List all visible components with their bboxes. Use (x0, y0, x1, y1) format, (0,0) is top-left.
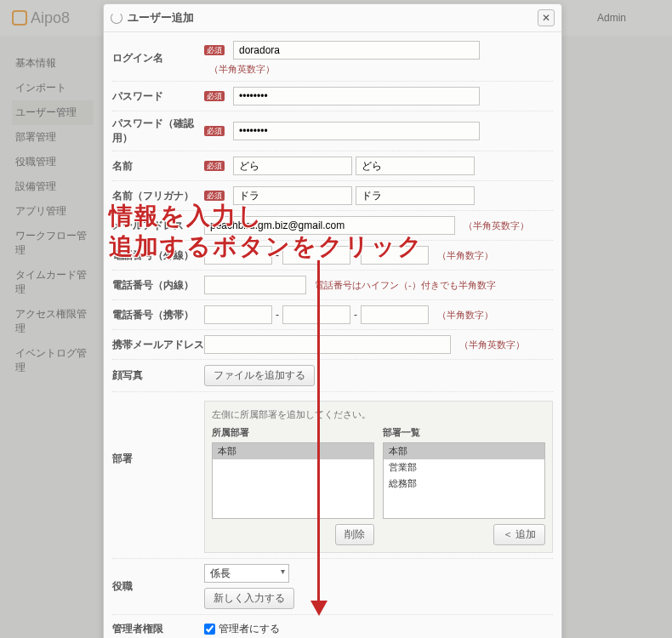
admin-label: 管理者権限 (112, 622, 204, 636)
add-file-button[interactable]: ファイルを追加する (204, 365, 315, 386)
sidebar-item-eventlog[interactable]: イベントログ管理 (12, 341, 94, 380)
dept-label: 部署 (112, 401, 204, 466)
required-badge: 必須 (204, 161, 225, 172)
sidebar-item-position[interactable]: 役職管理 (12, 150, 94, 174)
available-dept-list[interactable]: 本部 営業部 総務部 (383, 442, 545, 519)
assigned-dept-item[interactable]: 本部 (213, 443, 373, 459)
dept-item[interactable]: 本部 (384, 443, 544, 459)
sidebar-item-access[interactable]: アクセス権限管理 (12, 302, 94, 341)
sidebar-item-equipment[interactable]: 設備管理 (12, 174, 94, 199)
dept-list-title: 部署一覧 (383, 426, 545, 439)
position-label: 役職 (112, 579, 204, 594)
login-hint: （半角英数字） (209, 63, 275, 76)
required-badge: 必須 (204, 126, 225, 137)
photo-label: 顔写真 (112, 368, 204, 383)
logo-icon (12, 10, 27, 26)
phone-mobile-1[interactable] (204, 305, 272, 324)
password-input[interactable] (233, 87, 480, 105)
lastname-input[interactable] (233, 157, 352, 175)
position-select[interactable]: 係長 (204, 564, 289, 583)
email-input[interactable] (204, 216, 455, 235)
sidebar: 基本情報 インポート ユーザー管理 部署管理 役職管理 設備管理 アプリ管理 ワ… (0, 36, 94, 380)
add-user-modal: ユーザー追加 ✕ ログイン名 必須 （半角英数字） パスワード 必須 パスワード… (103, 3, 562, 638)
password-confirm-label: パスワード（確認用） (112, 117, 204, 145)
refresh-icon[interactable] (111, 12, 122, 24)
required-badge: 必須 (204, 191, 225, 202)
login-input[interactable] (233, 41, 480, 60)
password-confirm-input[interactable] (233, 122, 480, 140)
name-label: 名前 (112, 159, 204, 174)
dept-item[interactable]: 総務部 (384, 476, 544, 492)
firstname-kana-input[interactable] (356, 186, 475, 205)
dept-remove-button[interactable]: 削除 (335, 524, 374, 545)
firstname-input[interactable] (356, 157, 475, 175)
new-position-button[interactable]: 新しく入力する (204, 588, 294, 609)
sidebar-item-basic[interactable]: 基本情報 (12, 51, 94, 76)
phone-in-input[interactable] (204, 276, 306, 294)
lastname-kana-input[interactable] (233, 186, 352, 205)
phone-out-2[interactable] (282, 246, 350, 265)
close-icon[interactable]: ✕ (538, 9, 555, 26)
required-badge: 必須 (204, 91, 225, 102)
admin-checkbox[interactable] (204, 624, 215, 635)
phone-out-label: 電話番号（外線） (112, 248, 204, 263)
assigned-dept-title: 所属部署 (212, 426, 374, 439)
phone-mobile-label: 電話番号（携帯） (112, 308, 204, 322)
admin-checkbox-label: 管理者にする (219, 622, 280, 636)
dept-note: 左側に所属部署を追加してください。 (212, 408, 545, 421)
phone-in-label: 電話番号（内線） (112, 278, 204, 293)
dept-item[interactable]: 営業部 (384, 459, 544, 476)
mobile-email-label: 携帯メールアドレス (112, 338, 204, 352)
app-name: Aipo8 (31, 9, 70, 27)
phone-out-hint: （半角数字） (437, 249, 493, 262)
phone-mobile-2[interactable] (282, 305, 350, 324)
phone-out-3[interactable] (361, 246, 429, 265)
sidebar-item-dept[interactable]: 部署管理 (12, 125, 94, 150)
sidebar-item-app[interactable]: アプリ管理 (12, 199, 94, 224)
sidebar-item-user-mgmt[interactable]: ユーザー管理 (12, 100, 94, 125)
phone-mobile-hint: （半角数字） (437, 309, 493, 322)
dept-add-button[interactable]: ＜ 追加 (493, 524, 545, 545)
name-kana-label: 名前（フリガナ） (112, 189, 204, 203)
admin-checkbox-wrap[interactable]: 管理者にする (204, 622, 280, 636)
sidebar-item-import[interactable]: インポート (12, 76, 94, 100)
admin-link[interactable]: Admin (597, 12, 626, 24)
assigned-dept-list[interactable]: 本部 (212, 442, 374, 519)
sidebar-item-workflow[interactable]: ワークフロー管理 (12, 224, 94, 263)
email-label: メールアドレス (112, 219, 204, 233)
mobile-email-hint: （半角英数字） (459, 339, 525, 351)
phone-mobile-3[interactable] (361, 305, 429, 324)
password-label: パスワード (112, 89, 204, 104)
mobile-email-input[interactable] (204, 335, 451, 354)
sidebar-item-timecard[interactable]: タイムカード管理 (12, 263, 94, 302)
app-logo: Aipo8 (12, 9, 70, 27)
required-badge: 必須 (204, 45, 225, 56)
phone-out-1[interactable] (204, 246, 272, 265)
modal-title: ユーザー追加 (128, 10, 194, 26)
login-label: ログイン名 (112, 51, 204, 66)
phone-in-hint: 電話番号はハイフン（-）付きでも半角数字 (315, 279, 496, 292)
email-hint: （半角英数字） (464, 219, 529, 232)
